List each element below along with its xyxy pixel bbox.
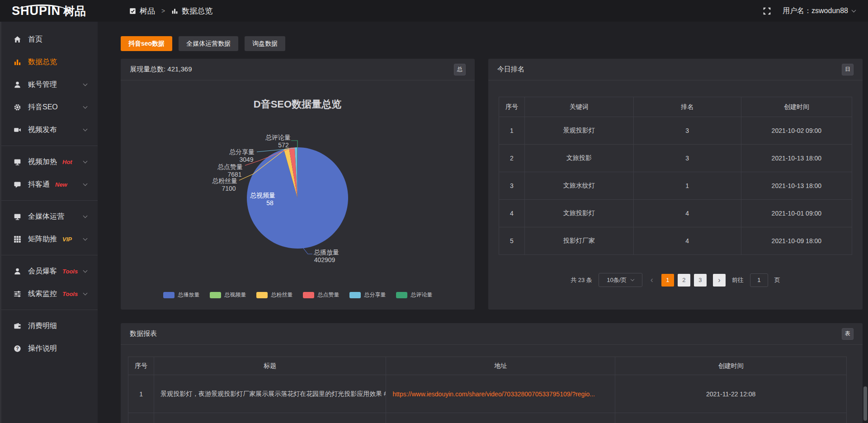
- legend-item[interactable]: 总分享量: [349, 291, 386, 299]
- column-header: 标题: [154, 357, 386, 375]
- breadcrumb-root[interactable]: 树品: [140, 6, 155, 16]
- gear-icon: [14, 103, 21, 111]
- label-line-comment: [291, 141, 297, 148]
- chevron-down-icon: [83, 127, 88, 131]
- page-button-2[interactable]: 2: [678, 274, 690, 287]
- report-url-cell: https://www.iesdouyin.com/share/video/70…: [386, 375, 615, 413]
- table-row[interactable]: 5投影灯厂家42021-10-09 18:00: [499, 227, 852, 255]
- table-row-partial: [128, 413, 847, 423]
- overview-panel-title: 展现量总数: 421,369: [130, 65, 192, 74]
- sidebar-item-label: 全媒体运营: [28, 212, 64, 221]
- chevron-down-icon: [852, 8, 856, 12]
- table-row[interactable]: 1景观投影灯32021-10-02 09:00: [499, 117, 852, 145]
- sidebar-divider: [1, 146, 98, 146]
- legend-item[interactable]: 总粉丝量: [256, 291, 293, 299]
- legend-swatch: [256, 292, 268, 298]
- sidebar-item-bar-chart[interactable]: 数据总览: [1, 51, 98, 73]
- table-row[interactable]: 3文旅水纹灯12021-10-13 18:00: [499, 172, 852, 200]
- rank-panel-title: 今日排名: [497, 65, 524, 74]
- sidebar-item-label: 会员爆客: [28, 267, 57, 276]
- chevron-down-icon: [83, 236, 88, 240]
- chart-title: D音SEO数据量总览: [254, 99, 341, 110]
- sidebar-divider: [1, 255, 98, 255]
- prev-page-button[interactable]: ‹: [649, 275, 655, 285]
- tab-0[interactable]: 抖音seo数据: [121, 36, 172, 51]
- chevron-down-icon: [83, 268, 88, 273]
- pie-label-play-value: 402909: [314, 256, 335, 263]
- user-icon: [14, 81, 21, 89]
- sidebar-item-label: 抖音SEO: [28, 103, 58, 112]
- page-scrollbar-thumb[interactable]: [863, 386, 867, 421]
- page-button-3[interactable]: 3: [694, 274, 707, 287]
- goto-page-input[interactable]: 1: [750, 273, 768, 287]
- legend-item[interactable]: 总视频量: [210, 291, 246, 299]
- table-row: 1景观投影灯，夜游景观投影灯厂家展示展示落花灯在花园里的灯光投影应用效果 #ht…: [128, 375, 847, 413]
- tab-1[interactable]: 全媒体运营数据: [179, 36, 238, 51]
- overview-panel: 展现量总数: 421,369 总 D音SEO数据量总览 总评论量 572: [121, 59, 475, 310]
- legend-item[interactable]: 总播放量: [163, 291, 200, 299]
- sidebar-item-label: 首页: [28, 35, 42, 44]
- chevron-down-icon: [83, 81, 88, 86]
- monitor-icon: [14, 213, 21, 221]
- sidebar-item-badge: Tools: [62, 268, 78, 275]
- sidebar-item-video[interactable]: 视频发布: [1, 118, 98, 141]
- sidebar-item-user[interactable]: 账号管理: [1, 73, 98, 96]
- legend-label: 总播放量: [178, 291, 200, 299]
- per-page-select[interactable]: 10条/页: [599, 273, 642, 287]
- chevron-down-icon: [83, 213, 88, 218]
- column-header: 序号: [128, 357, 154, 375]
- legend-item[interactable]: 总点赞量: [303, 291, 340, 299]
- legend-item[interactable]: 总评论量: [396, 291, 433, 299]
- tab-2[interactable]: 询盘数据: [245, 36, 285, 51]
- sidebar-item-question[interactable]: ?操作说明: [1, 337, 98, 360]
- sidebar-item-badge: VIP: [62, 236, 72, 243]
- breadcrumb-separator: >: [161, 7, 165, 14]
- overview-badge-button[interactable]: 总: [454, 64, 466, 75]
- rank-table-header: 序号关键词排名创建时间: [499, 97, 852, 117]
- monitor-icon: [14, 158, 21, 166]
- sidebar-item-label: 操作说明: [28, 344, 57, 353]
- top-header: SHUPIN 树品 树品 > 数据总览 用户名：zswodun88: [0, 0, 868, 22]
- sidebar-item-label: 抖客通: [28, 180, 50, 189]
- report-badge-button[interactable]: 表: [842, 328, 854, 340]
- sidebar-item-label: 视频加热: [28, 157, 57, 167]
- report-link[interactable]: https://www.iesdouyin.com/share/video/70…: [392, 390, 595, 398]
- legend-swatch: [396, 292, 407, 298]
- legend-label: 总粉丝量: [271, 291, 293, 299]
- sidebar-item-monitor[interactable]: 视频加热Hot: [1, 150, 98, 173]
- fullscreen-icon[interactable]: [763, 7, 771, 15]
- table-row[interactable]: 4文旅投影灯42021-10-01 09:00: [499, 200, 852, 227]
- report-panel: 数据报表 表 序号标题地址创建时间 1景观投影灯，夜游景观投影灯厂家展示展示落花…: [121, 323, 863, 423]
- sidebar-item-sliders[interactable]: 线索监控Tools: [1, 282, 98, 305]
- sidebar-item-wallet[interactable]: 消费明细: [1, 315, 98, 337]
- sidebar-item-gear[interactable]: 抖音SEO: [1, 96, 98, 118]
- column-header: 序号: [499, 97, 525, 117]
- user-menu[interactable]: 用户名：zswodun88: [783, 6, 855, 16]
- pie-label-video-name: 总视频量: [250, 192, 275, 199]
- legend-swatch: [163, 292, 175, 298]
- pie-label-video-value: 58: [266, 199, 274, 207]
- overview-chart-icon: [171, 8, 178, 14]
- chat-icon: [14, 181, 21, 188]
- sidebar-item-badge: Hot: [62, 159, 72, 165]
- sidebar-item-label: 数据总览: [28, 57, 57, 67]
- wallet-icon: [14, 322, 21, 330]
- sidebar-item-grid[interactable]: 矩阵助推VIP: [1, 228, 98, 250]
- sidebar-item-monitor[interactable]: 全媒体运营: [1, 205, 98, 228]
- page-button-1[interactable]: 1: [661, 274, 674, 287]
- report-table: 序号标题地址创建时间 1景观投影灯，夜游景观投影灯厂家展示展示落花灯在花园里的灯…: [128, 357, 847, 423]
- sidebar-item-chat[interactable]: 抖客通New: [1, 173, 98, 196]
- user-icon: [14, 268, 21, 275]
- breadcrumb-current: 数据总览: [182, 6, 212, 16]
- column-header: 地址: [386, 357, 615, 375]
- sidebar-item-home[interactable]: 首页: [1, 28, 98, 51]
- column-header: 创建时间: [741, 97, 852, 117]
- pie-chart: D音SEO数据量总览 总评论量 572 总分享量 3049 总点赞量 7681: [121, 80, 475, 310]
- rank-panel: 今日排名 日 序号关键词排名创建时间 1景观投影灯32021-10-02 09:…: [488, 59, 863, 310]
- next-page-button[interactable]: ›: [713, 274, 726, 287]
- username-label: 用户名：zswodun88: [783, 6, 848, 16]
- sidebar-item-user[interactable]: 会员爆客Tools: [1, 260, 98, 282]
- rank-badge-button[interactable]: 日: [842, 64, 854, 75]
- table-row[interactable]: 2文旅投影32021-10-13 18:00: [499, 145, 852, 172]
- sidebar-item-label: 矩阵助推: [28, 235, 57, 244]
